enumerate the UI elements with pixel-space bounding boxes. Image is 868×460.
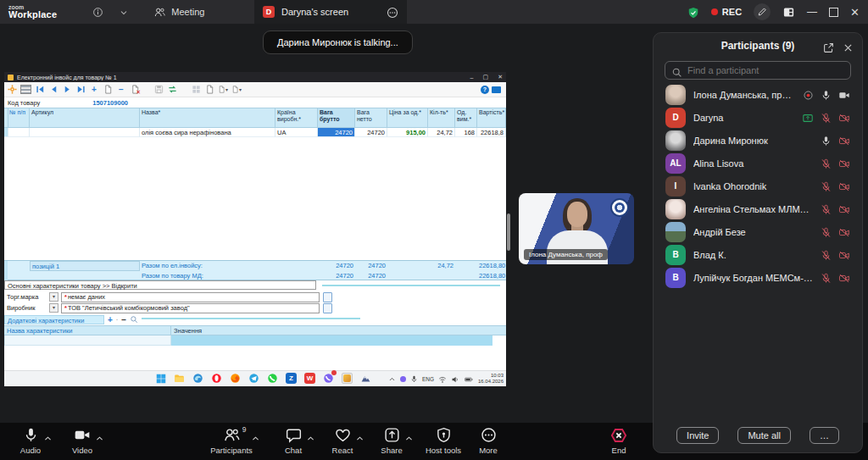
nav-first-icon[interactable] (35, 85, 45, 95)
participant-row[interactable]: D Daryna (654, 106, 862, 129)
invite-button[interactable]: Invite (676, 427, 719, 444)
camera-off-icon[interactable] (838, 270, 850, 285)
settings-icon[interactable] (7, 85, 17, 95)
mic-off-icon[interactable] (821, 247, 832, 263)
video-help-icon[interactable] (492, 86, 501, 93)
tab-meeting[interactable]: Meeting (154, 6, 204, 18)
report-icon[interactable] (204, 85, 214, 95)
app-close-icon[interactable]: ✕ (498, 74, 503, 80)
mountain-app-icon[interactable] (360, 373, 371, 384)
export-icon[interactable]: ▾ (218, 85, 228, 95)
print-icon[interactable]: ▾ (231, 85, 242, 95)
telegram-icon[interactable] (248, 373, 259, 384)
mic-on-icon[interactable] (821, 87, 832, 103)
participant-row[interactable]: Дарина Миронюк (654, 129, 862, 152)
mic-off-icon[interactable] (821, 156, 832, 171)
audio-options-caret[interactable] (43, 430, 53, 446)
more-control[interactable]: More (468, 427, 509, 455)
participant-row[interactable]: В Лупійчук Богдан МЕМСм-2025 (654, 266, 862, 289)
edge-browser-icon[interactable] (192, 373, 203, 384)
minimize-button[interactable]: — (807, 7, 817, 17)
battery-icon[interactable] (464, 371, 474, 386)
host-video-thumbnail[interactable]: Ілона Думанська, проф (519, 193, 634, 264)
react-control[interactable]: React (319, 427, 366, 455)
col-header-price[interactable]: Ціна за од.* (387, 108, 428, 127)
save-icon[interactable] (153, 85, 164, 95)
clock[interactable]: 10:03 16.04.2026 (478, 373, 504, 385)
participant-row[interactable]: Андрій Безе (654, 220, 862, 243)
col-header-num[interactable]: № п/п (8, 108, 30, 127)
mic-off-icon[interactable] (821, 179, 832, 194)
viber-icon[interactable] (323, 373, 334, 384)
col-header-unit[interactable]: Од. вим.* (455, 108, 477, 127)
invoice-table-row[interactable]: олія соєва сира нерафінована UA 24720 24… (4, 128, 506, 137)
maximize-button[interactable] (829, 8, 838, 17)
mic-on-icon[interactable] (821, 133, 832, 148)
file-explorer-icon[interactable] (174, 373, 185, 384)
producer-input[interactable]: *ТОВ "Летичівський комбікормовий завод" (61, 303, 320, 313)
cell-country[interactable]: UA (275, 128, 318, 137)
col-header-name[interactable]: Назва* (140, 108, 275, 127)
mute-all-button[interactable]: Mute all (737, 427, 791, 444)
tray-app-icon[interactable] (400, 376, 406, 382)
participants-options-caret[interactable] (251, 430, 260, 446)
encryption-shield-icon[interactable] (687, 4, 699, 19)
product-code-value[interactable]: 1507109000 (92, 99, 128, 107)
camera-off-icon[interactable] (838, 202, 850, 217)
cell-value[interactable]: 22618,8 (477, 128, 506, 137)
col-header-qty[interactable]: Кіл-ть* (428, 108, 455, 127)
active-app-icon[interactable] (342, 373, 353, 384)
popout-icon[interactable] (823, 40, 834, 55)
char-name-header[interactable]: Назва характеристики (4, 326, 171, 335)
col-header-net[interactable]: Вага нетто (355, 108, 387, 127)
w-app-icon[interactable]: W (304, 373, 315, 384)
cell-quantity[interactable]: 24,72 (428, 128, 455, 137)
language-indicator[interactable]: ENG (422, 376, 434, 382)
recording-indicator[interactable]: REC (711, 7, 742, 17)
z-app-icon[interactable]: Z (286, 373, 297, 384)
remove-record-icon[interactable]: − (116, 85, 126, 95)
participant-row-host[interactable]: Ілона Думанська, проф (Host, me) (654, 83, 862, 106)
help-icon[interactable]: ? (481, 86, 489, 94)
chat-control[interactable]: Chat (270, 427, 317, 455)
producer-copy-icon[interactable] (323, 303, 332, 313)
cell-unit-price[interactable]: 915,00 (387, 128, 428, 137)
grid-view-icon[interactable] (191, 85, 201, 95)
remove-characteristic-icon[interactable]: − (121, 315, 126, 324)
share-options-caret[interactable] (404, 430, 414, 446)
cell-unit[interactable]: 168 (455, 128, 477, 137)
annotate-pencil-icon[interactable] (754, 3, 771, 20)
mic-off-icon[interactable] (821, 270, 832, 285)
transfer-icon[interactable] (167, 85, 177, 95)
volume-icon[interactable] (451, 371, 459, 386)
add-characteristic-icon[interactable]: + (108, 315, 113, 324)
chat-options-caret[interactable] (306, 430, 315, 446)
list-icon[interactable] (20, 85, 31, 94)
camera-off-icon[interactable] (838, 110, 850, 125)
meeting-info-icon[interactable] (92, 4, 103, 19)
tray-mic-icon[interactable] (410, 371, 418, 386)
wifi-icon[interactable] (438, 371, 447, 386)
copy-record-icon[interactable] (103, 85, 113, 95)
end-control[interactable]: End (595, 427, 643, 455)
tray-expand-icon[interactable] (388, 371, 396, 386)
producer-dropdown-icon[interactable]: ▾ (49, 303, 58, 313)
camera-off-icon[interactable] (838, 224, 850, 240)
participant-row[interactable]: Ангеліна Стельмах МЛМС-21-1 (654, 197, 862, 220)
windows-start-icon[interactable] (155, 373, 166, 384)
view-layout-icon[interactable] (782, 4, 795, 19)
close-panel-icon[interactable] (843, 40, 854, 55)
add-record-icon[interactable]: + (89, 85, 99, 95)
app-minimize-icon[interactable]: – (470, 75, 474, 80)
char-value-header[interactable]: Значення (171, 326, 506, 335)
camera-off-icon[interactable] (838, 247, 850, 263)
camera-off-icon[interactable] (838, 156, 850, 171)
mic-off-icon[interactable] (821, 110, 832, 125)
camera-on-icon[interactable] (838, 87, 850, 103)
share-control[interactable]: Share (368, 427, 415, 455)
tab-darynas-screen[interactable]: D Daryna's screen (254, 0, 407, 24)
lookup-icon[interactable] (130, 315, 138, 324)
app-maximize-icon[interactable]: ▢ (483, 74, 489, 80)
camera-off-icon[interactable] (838, 179, 850, 194)
opera-browser-icon[interactable] (211, 373, 222, 384)
